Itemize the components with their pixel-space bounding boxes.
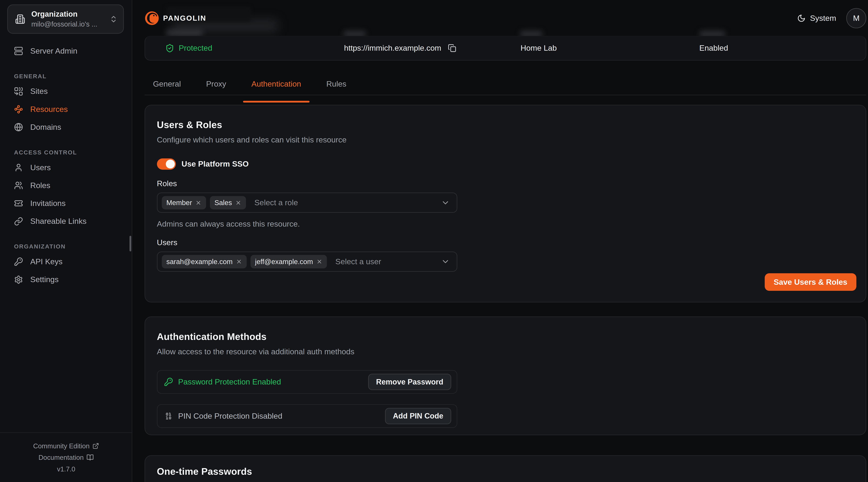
org-switcher[interactable]: Organization milo@fossorial.io's ... — [7, 4, 124, 34]
user-chip-label: sarah@example.com — [166, 258, 232, 266]
add-pin-code-button[interactable]: Add PIN Code — [385, 408, 451, 424]
globe-icon — [14, 123, 23, 132]
resource-url-text: https://immich.example.com — [344, 43, 441, 53]
book-open-icon — [87, 454, 94, 461]
waypoints-icon — [14, 105, 23, 114]
sidebar-item-invitations[interactable]: Invitations — [4, 195, 128, 212]
platform-sso-toggle[interactable] — [157, 158, 176, 170]
tab-general[interactable]: General — [153, 76, 181, 95]
theme-label: System — [810, 14, 836, 23]
chevron-down-icon — [441, 198, 450, 207]
sidebar-section-heading: ACCESS CONTROL — [0, 149, 132, 156]
ticket-check-icon — [14, 199, 23, 208]
sso-row: Use Platform SSO — [157, 158, 854, 170]
protected-label: Protected — [179, 43, 212, 53]
brand-name: PANGOLIN — [163, 14, 206, 22]
auth-method-status-text: PIN Code Protection Disabled — [178, 412, 282, 421]
external-link-icon — [92, 443, 99, 449]
users-icon — [14, 181, 23, 190]
sidebar-item-settings[interactable]: Settings — [4, 271, 128, 288]
admins-note: Admins can always access this resource. — [157, 220, 854, 228]
resource-enabled: Enabled — [699, 36, 728, 60]
pangolin-logo-icon — [145, 11, 159, 26]
sidebar-item-roles[interactable]: Roles — [4, 177, 128, 194]
auth-methods-description: Allow access to the resource via additio… — [157, 347, 854, 356]
link-icon — [14, 217, 23, 226]
settings-icon — [14, 275, 23, 284]
avatar[interactable]: M — [846, 8, 866, 28]
org-switcher-texts: Organization milo@fossorial.io's ... — [31, 10, 110, 28]
theme-toggle[interactable]: System — [797, 14, 836, 23]
otp-title: One-time Passwords — [157, 466, 854, 477]
version-label: v1.7.0 — [57, 465, 75, 473]
otp-card: One-time Passwords Require email-based a… — [145, 455, 866, 482]
shield-check-icon — [165, 44, 174, 53]
sidebar-item-label: Invitations — [30, 199, 65, 208]
resource-protected-status: Protected — [165, 36, 212, 60]
sidebar-item-label: API Keys — [30, 257, 62, 266]
sidebar-item-domains[interactable]: Domains — [4, 119, 128, 136]
sidebar-item-resources[interactable]: Resources — [4, 101, 128, 118]
community-edition-link[interactable]: Community Edition — [33, 442, 99, 450]
brand: PANGOLIN — [145, 11, 207, 26]
remove-password-button[interactable]: Remove Password — [368, 374, 451, 390]
remove-role-icon[interactable] — [235, 200, 242, 206]
remove-user-icon[interactable] — [236, 259, 242, 265]
binary-icon — [164, 412, 173, 421]
remove-user-icon[interactable] — [316, 259, 322, 265]
sidebar-item-users[interactable]: Users — [4, 159, 128, 176]
community-edition-label: Community Edition — [33, 442, 90, 450]
sidebar-nav: Server AdminGENERALSitesResourcesDomains… — [0, 41, 132, 289]
topbar-right: System M — [797, 8, 866, 28]
role-chip: Sales — [210, 196, 246, 210]
combine-icon — [14, 87, 23, 96]
sidebar: Organization milo@fossorial.io's ... Ser… — [0, 0, 132, 482]
copy-icon[interactable] — [448, 44, 456, 52]
resource-site-text: Home Lab — [521, 43, 557, 53]
building-icon — [15, 14, 25, 24]
sidebar-section-heading: ORGANIZATION — [0, 243, 132, 250]
role-chip-label: Sales — [214, 199, 232, 207]
auth-rows: Password Protection EnabledRemove Passwo… — [157, 370, 854, 428]
auth-methods-card: Authentication Methods Allow access to t… — [145, 317, 866, 435]
roles-field-label: Roles — [157, 179, 854, 188]
auth-method-status: PIN Code Protection Disabled — [164, 412, 282, 421]
sidebar-item-label: Shareable Links — [30, 217, 87, 226]
org-switcher-title: Organization — [31, 10, 110, 19]
sidebar-item-sites[interactable]: Sites — [4, 83, 128, 100]
resource-site: Home Lab — [521, 36, 557, 60]
sidebar-item-label: Sites — [30, 87, 48, 96]
sidebar-item-server-admin[interactable]: Server Admin — [4, 42, 128, 59]
users-roles-description: Configure which users and roles can visi… — [157, 135, 854, 144]
auth-method-row: PIN Code Protection DisabledAdd PIN Code — [157, 404, 457, 428]
resource-url: https://immich.example.com — [344, 36, 456, 60]
sidebar-item-label: Server Admin — [30, 46, 77, 56]
users-field-label: Users — [157, 238, 854, 247]
sidebar-footer: Community Edition Documentation v1.7.0 — [0, 432, 132, 482]
chevron-down-icon — [441, 257, 450, 266]
auth-methods-title: Authentication Methods — [157, 331, 854, 342]
tab-authentication[interactable]: Authentication — [251, 76, 301, 95]
users-roles-title: Users & Roles — [157, 119, 854, 130]
documentation-link[interactable]: Documentation — [38, 454, 94, 461]
sidebar-item-label: Settings — [30, 275, 59, 284]
sidebar-scrollbar[interactable] — [129, 236, 131, 251]
sidebar-item-shareable-links[interactable]: Shareable Links — [4, 213, 128, 230]
app-window: Organization milo@fossorial.io's ... Ser… — [0, 0, 868, 482]
sidebar-item-label: Users — [30, 163, 51, 172]
key-round-icon — [14, 257, 23, 266]
tab-bar: GeneralProxyAuthenticationRules — [153, 76, 346, 95]
save-users-roles-button[interactable]: Save Users & Roles — [765, 273, 856, 291]
server-icon — [14, 46, 23, 56]
users-multiselect[interactable]: sarah@example.comjeff@example.com Select… — [157, 252, 457, 272]
documentation-label: Documentation — [38, 454, 84, 461]
remove-role-icon[interactable] — [195, 200, 202, 206]
roles-placeholder: Select a role — [254, 198, 298, 207]
tab-rules[interactable]: Rules — [327, 76, 346, 95]
roles-multiselect[interactable]: MemberSales Select a role — [157, 193, 457, 213]
toggle-knob — [166, 160, 175, 169]
sidebar-item-api-keys[interactable]: API Keys — [4, 253, 128, 270]
key-round-icon — [164, 377, 173, 386]
auth-method-status: Password Protection Enabled — [164, 377, 281, 386]
tab-proxy[interactable]: Proxy — [206, 76, 226, 95]
